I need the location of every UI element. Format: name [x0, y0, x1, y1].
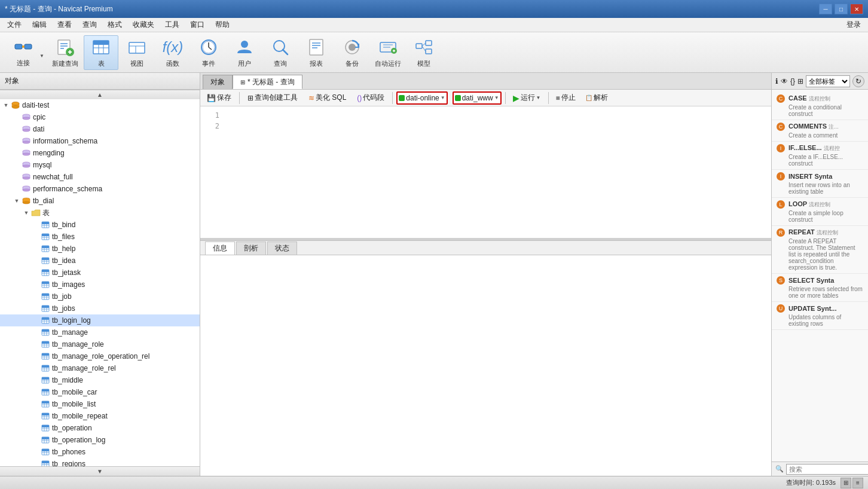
tree-container[interactable]: ▼ daiti-test [0, 99, 200, 466]
menu-edit[interactable]: 编辑 [27, 19, 51, 31]
toolbar-event[interactable]: 事件 [191, 35, 226, 70]
tree-node-tb-files[interactable]: tb_files [0, 231, 200, 243]
tree-node-tb-middle[interactable]: tb_middle [0, 374, 200, 386]
tree-node-tb-job[interactable]: tb_job [0, 291, 200, 302]
tab-profile[interactable]: 剖析 [236, 242, 266, 255]
tree-node-tb-operation[interactable]: tb_operation [0, 422, 200, 434]
tree-node-tb-jetask[interactable]: tb_jetask [0, 267, 200, 279]
stop-button[interactable]: ■ 停止 [552, 91, 579, 104]
query-builder-button[interactable]: ⊞ 查询创建工具 [243, 91, 302, 105]
save-button[interactable]: 💾 保存 [203, 91, 236, 105]
grid-icon[interactable]: ⊞ [797, 77, 803, 85]
tree-node-tb-dial[interactable]: ▼ tb_dial [0, 195, 200, 207]
sidebar-scroll-down[interactable]: ▼ [0, 466, 200, 476]
snippet-insert[interactable]: I INSERT Synta Insert new rows into an e… [772, 170, 868, 198]
tree-node-dati[interactable]: dati [0, 123, 200, 135]
sidebar: 对象 ▲ ▼ daiti-test [0, 73, 200, 476]
toolbar-table[interactable]: 表 [84, 35, 118, 70]
snippet-update[interactable]: U UPDATE Synt... Updates columns of exis… [772, 302, 868, 330]
tab-info[interactable]: 信息 [205, 242, 235, 255]
tree-node-tb-manage-role[interactable]: tb_manage_role [0, 338, 200, 350]
tree-node-cpic[interactable]: cpic [0, 111, 200, 123]
toolbar-model[interactable]: 模型 [407, 35, 441, 70]
tab-query[interactable]: ⊞ * 无标题 - 查询 [233, 75, 302, 89]
menu-view[interactable]: 查看 [53, 19, 77, 31]
code-snippet-button[interactable]: () 代码段 [353, 91, 389, 105]
minimize-button[interactable]: ─ [819, 4, 832, 14]
menu-window[interactable]: 窗口 [185, 19, 209, 31]
toolbar-user[interactable]: 用户 [227, 35, 262, 70]
toolbar-connect[interactable]: 连接 ▼ [5, 35, 47, 70]
toolbar-new-query[interactable]: 新建查询 [48, 35, 82, 70]
menu-favorites[interactable]: 收藏夹 [128, 19, 159, 31]
sidebar-scroll-up[interactable]: ▲ [0, 90, 200, 99]
menu-file[interactable]: 文件 [2, 19, 26, 31]
toolbar-report[interactable]: 报表 [299, 35, 334, 70]
editor-input[interactable] [223, 109, 766, 236]
toolbar-function[interactable]: f(x) 函数 [155, 35, 190, 70]
tree-node-tb-idea[interactable]: tb_idea [0, 255, 200, 267]
snippet-repeat[interactable]: R REPEAT 流程控制 Create A REPEAT construct.… [772, 226, 868, 274]
tab-objects[interactable]: 对象 [203, 75, 233, 89]
tree-node-mysql[interactable]: mysql [0, 159, 200, 171]
table-item-icon [41, 352, 50, 361]
tree-node-tb-images[interactable]: tb_images [0, 279, 200, 291]
table-group-icon2 [22, 124, 31, 134]
braces-icon[interactable]: {} [790, 77, 795, 85]
tree-node-tb-manage[interactable]: tb_manage [0, 326, 200, 338]
tree-node-tb-mobile-list[interactable]: tb_mobile_list [0, 398, 200, 410]
tree-node-perf-schema[interactable]: performance_schema [0, 183, 200, 195]
beautify-button[interactable]: ≋ 美化 SQL [304, 91, 350, 105]
eye-icon[interactable]: 👁 [781, 77, 788, 85]
sidebar-tab-objects[interactable]: 对象 [5, 76, 19, 86]
close-button[interactable]: ✕ [850, 4, 863, 14]
status-icon-list[interactable]: ≡ [852, 478, 863, 488]
search-input[interactable] [786, 464, 868, 475]
snippet-loop[interactable]: L LOOP 流程控制 Create a simple loop constru… [772, 198, 868, 226]
snippet-comments[interactable]: C COMMENTS 注... Create a comment [772, 120, 868, 142]
svg-rect-90 [42, 222, 49, 224]
tree-node-mengding[interactable]: mengding [0, 147, 200, 159]
toolbar-backup[interactable]: 备份 [335, 35, 369, 70]
toolbar-view[interactable]: 视图 [120, 35, 154, 70]
tree-node-tb-operation-log[interactable]: tb_operation_log [0, 434, 200, 446]
tree-node-tb-phones[interactable]: tb_phones [0, 446, 200, 458]
tree-node-daiti-test[interactable]: ▼ daiti-test [0, 99, 200, 111]
db1-selector[interactable]: dati-online ▼ [396, 91, 447, 105]
tree-node-tb-regions[interactable]: tb_regions [0, 458, 200, 466]
refresh-button[interactable]: ↻ [852, 75, 864, 87]
tree-label-cpic: cpic [33, 113, 45, 121]
menu-format[interactable]: 格式 [103, 19, 127, 31]
run-button[interactable]: ▶ 运行 ▼ [509, 91, 545, 104]
tag-dropdown[interactable]: 全部标签 [806, 75, 850, 87]
status-icon-grid[interactable]: ⊞ [841, 478, 851, 488]
tree-node-table-folder[interactable]: ▼ 表 [0, 207, 200, 219]
autorun-label: 自动运行 [375, 59, 401, 68]
db2-selector[interactable]: dati_www ▼ [453, 91, 502, 105]
tree-node-tb-bind[interactable]: tb_bind [0, 219, 200, 231]
tree-node-information-schema[interactable]: information_schema [0, 135, 200, 147]
login-button[interactable]: 登录 [842, 19, 866, 31]
tree-node-tb-jobs[interactable]: tb_jobs [0, 302, 200, 314]
info-icon[interactable]: ℹ [775, 77, 778, 85]
maximize-button[interactable]: □ [835, 4, 848, 14]
menu-query[interactable]: 查询 [78, 19, 102, 31]
tree-node-tb-login-log[interactable]: tb_login_log [0, 314, 200, 326]
explain-button[interactable]: 📋 解析 [582, 91, 612, 104]
tree-node-tb-manage-role-operation-rel[interactable]: tb_manage_role_operation_rel [0, 350, 200, 362]
snippet-ifelse[interactable]: I IF...ELSE... 流程控 Create a IF...ELSE...… [772, 142, 868, 170]
toolbar-autorun[interactable]: 自动运行 [371, 35, 405, 70]
toolbar-query[interactable]: 查询 [263, 35, 298, 70]
tree-node-newchat[interactable]: newchat_full [0, 171, 200, 183]
snippet-loop-desc: Create a simple loop construct [788, 210, 863, 223]
snippet-case[interactable]: C CASE 流程控制 Create a conditional constru… [772, 92, 868, 120]
snippet-select-icon: S [777, 276, 785, 285]
menu-tools[interactable]: 工具 [160, 19, 184, 31]
tree-node-tb-mobile-repeat[interactable]: tb_mobile_repeat [0, 410, 200, 422]
snippet-select[interactable]: S SELECT Synta Retrieve rows selected fr… [772, 274, 868, 302]
menu-help[interactable]: 帮助 [210, 19, 234, 31]
tree-node-tb-manage-role-rel[interactable]: tb_manage_role_rel [0, 362, 200, 374]
tree-node-tb-mobile-car[interactable]: tb_mobile_car [0, 386, 200, 398]
tree-node-tb-help[interactable]: tb_help [0, 243, 200, 255]
tab-status[interactable]: 状态 [267, 242, 297, 255]
